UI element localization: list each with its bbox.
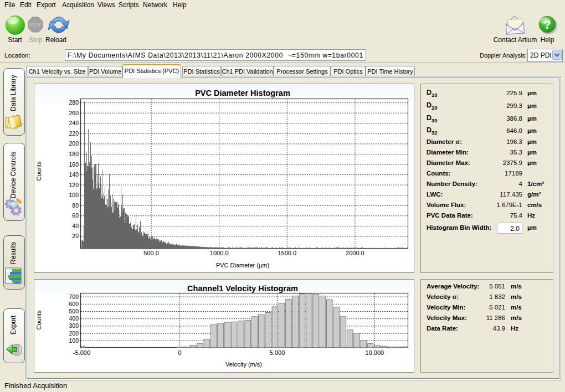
svg-text:260: 260 <box>69 110 79 116</box>
svg-text:500.0: 500.0 <box>143 250 159 256</box>
svg-text:PVC Diameter (µm): PVC Diameter (µm) <box>216 262 269 269</box>
svg-text:80: 80 <box>72 202 79 209</box>
svg-text:Counts: Counts <box>35 161 42 180</box>
svg-text:2000.0: 2000.0 <box>346 250 364 256</box>
svg-text:220: 220 <box>69 130 79 137</box>
svg-text:Counts: Counts <box>35 310 42 329</box>
svg-text:400: 400 <box>69 315 79 322</box>
svg-text:60: 60 <box>72 212 79 219</box>
svg-text:120: 120 <box>69 182 79 188</box>
svg-text:-5.000: -5.000 <box>73 349 90 356</box>
svg-text:0: 0 <box>178 349 182 356</box>
svg-text:160: 160 <box>69 161 79 168</box>
svg-text:200: 200 <box>69 140 79 147</box>
svg-text:Velocity (m/s): Velocity (m/s) <box>225 361 262 368</box>
svg-text:Channel1 Velocity Histogram: Channel1 Velocity Histogram <box>187 284 298 293</box>
svg-text:1500.0: 1500.0 <box>278 250 296 256</box>
svg-text:180: 180 <box>69 151 79 157</box>
svg-text:300: 300 <box>69 322 79 329</box>
svg-text:40: 40 <box>72 223 79 229</box>
svg-text:5.000: 5.000 <box>270 349 285 356</box>
svg-text:10.000: 10.000 <box>366 349 384 356</box>
svg-text:100: 100 <box>69 337 79 344</box>
svg-text:500: 500 <box>69 308 79 314</box>
svg-text:PVC Diameter Histogram: PVC Diameter Histogram <box>195 89 290 97</box>
svg-text:140: 140 <box>69 171 79 178</box>
svg-text:600: 600 <box>69 301 79 307</box>
svg-text:20: 20 <box>72 233 79 239</box>
svg-text:200: 200 <box>69 330 79 337</box>
svg-text:700: 700 <box>69 293 79 300</box>
svg-text:240: 240 <box>69 120 79 126</box>
svg-text:100: 100 <box>69 192 79 198</box>
svg-text:280: 280 <box>69 99 79 106</box>
svg-text:1000.0: 1000.0 <box>210 250 229 256</box>
